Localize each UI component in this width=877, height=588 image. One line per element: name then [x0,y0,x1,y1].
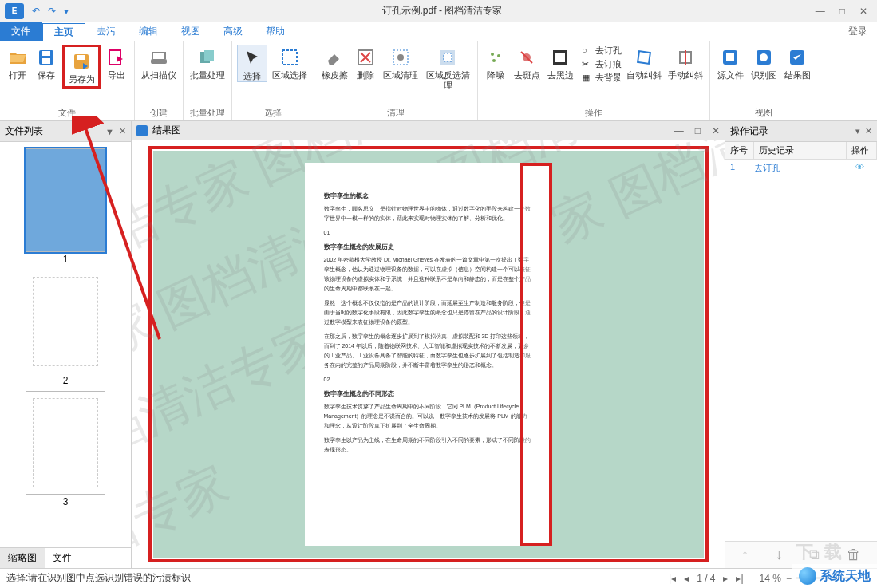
history-item-name[interactable]: 去订孔 [754,162,847,174]
thumb-3[interactable]: 3 [26,391,105,507]
manual-deskew-button[interactable]: 手动纠斜 [666,45,705,81]
despot-button[interactable]: 去斑点 [512,45,542,81]
batch-button[interactable]: 批量处理 [188,45,227,81]
recog-view-button[interactable]: 识别图 [749,45,779,81]
svg-point-18 [497,54,500,57]
doc-window-icon [136,125,148,136]
svg-rect-8 [204,50,214,61]
area-invert-clean-button[interactable]: 区域反选清理 [423,45,472,91]
group-ops: 降噪 去斑点 去黑边 ○去订孔 ✂去订痕 ▦去背景 自动纠斜 手动纠斜 [478,41,710,120]
zoom-out-button[interactable]: − [786,573,792,584]
titlebar: E ↶ ↷ ▾ 订孔示例.pdf - 图档清洁专家 — □ ✕ [0,0,877,22]
result-view-button[interactable]: 结果图 [782,45,812,81]
corner-logo: 系统天地 [792,564,877,588]
svg-rect-6 [151,59,167,64]
select-button[interactable]: 选择 [237,45,267,82]
qat-redo-icon[interactable]: ↷ [48,6,56,17]
tab-file[interactable]: 文件 [0,22,42,41]
tab-help[interactable]: 帮助 [255,22,297,41]
first-page-button[interactable]: |◂ [669,573,676,584]
folder-open-icon [8,48,27,67]
next-page-button[interactable]: ▸ [723,573,728,584]
left-panel: 文件列表 ▼ ✕ 1 2 3 缩略图 文件 [0,121,132,568]
app-icon: E [5,3,24,19]
deblack-button[interactable]: 去黑边 [545,45,575,81]
thumb-1[interactable]: 1 [26,148,105,265]
svg-point-19 [492,59,496,62]
tab-edit[interactable]: 编辑 [128,22,170,41]
group-cleanup: 橡皮擦 删除 区域清理 区域反选清理 清理 [314,41,478,120]
doc-highlight-frame: 图档清洁专家 图档清洁专家 图档清洁专家 图档清洁专家 图档清洁专家 图档清洁专… [148,146,709,562]
right-panel-menu-icon[interactable]: ▾ [855,126,860,136]
deblack-icon [551,48,570,67]
svg-rect-2 [42,58,50,64]
document-page: 数字孪生的概念 数字孪生，顾名思义，是指针对物理世界中的物体，通过数字化的手段来… [305,163,552,546]
history-row[interactable]: 1 去订孔 👁 [725,160,877,176]
svg-point-14 [397,54,404,61]
saveas-button[interactable]: 另存为 [66,49,97,85]
filter-icon[interactable]: ▼ [105,127,114,136]
move-up-button[interactable]: ↑ [741,547,749,563]
move-down-button[interactable]: ↓ [776,547,783,563]
minimize-button[interactable]: — [816,6,825,17]
eraser-button[interactable]: 橡皮擦 [319,45,350,81]
prev-page-button[interactable]: ◂ [684,573,689,584]
debg-button[interactable]: ▦去背景 [582,72,622,84]
from-scanner-button[interactable]: 从扫描仪 [140,45,178,81]
status-mode: 选择 [6,571,26,585]
source-view-button[interactable]: 源文件 [715,45,745,81]
svg-rect-1 [42,51,50,56]
area-select-button[interactable]: 区域选择 [271,45,309,81]
bg-icon: ▦ [582,73,593,84]
result-icon [788,48,807,67]
hole-icon: ○ [582,45,593,57]
thumb-2[interactable]: 2 [26,270,105,386]
left-tab-thumbnail[interactable]: 缩略图 [0,548,45,568]
login-button[interactable]: 登录 [839,22,877,41]
left-tab-file[interactable]: 文件 [45,548,80,568]
saveas-icon [72,52,91,71]
svg-rect-27 [726,53,734,61]
globe-icon [799,567,816,585]
tab-home[interactable]: 主页 [42,23,85,41]
panel-close-icon[interactable]: ✕ [119,126,126,136]
maximize-button[interactable]: □ [839,6,845,17]
area-clean-button[interactable]: 区域清理 [381,45,420,81]
page-indicator: 1 / 4 [697,573,715,584]
recog-icon [754,48,773,67]
zoom-value: 14 % [760,573,781,584]
last-page-button[interactable]: ▸| [736,573,743,584]
trash-button[interactable]: 🗑 [847,547,861,563]
tab-view[interactable]: 视图 [170,22,212,41]
open-button[interactable]: 打开 [5,45,30,81]
tab-clean[interactable]: 去污 [85,22,128,41]
group-create-label: 创建 [140,105,178,120]
save-button[interactable]: 保存 [34,45,59,81]
thumbnail-list[interactable]: 1 2 3 [0,142,131,547]
tab-advanced[interactable]: 高级 [212,22,255,41]
qat-undo-icon[interactable]: ↶ [32,6,40,17]
duplicate-button[interactable]: ⧉ [809,547,820,563]
doc-maximize-button[interactable]: □ [695,125,701,136]
group-view-label: 视图 [715,105,812,120]
delete-button[interactable]: 删除 [353,45,378,81]
svg-rect-9 [282,50,297,65]
auto-deskew-button[interactable]: 自动纠斜 [625,45,663,81]
group-create: 从扫描仪 创建 [135,41,184,120]
close-button[interactable]: ✕ [859,6,867,17]
doc-minimize-button[interactable]: — [674,125,684,136]
delete-icon [356,48,375,67]
ribbon-tabs: 文件 主页 去污 编辑 视图 高级 帮助 登录 [0,22,877,41]
group-file-label: 文件 [5,105,129,120]
history-item-view-icon[interactable]: 👁 [847,162,872,174]
doc-close-button[interactable]: ✕ [712,125,720,136]
dehole-button[interactable]: ○去订孔 [582,45,622,57]
denoise-button[interactable]: 降噪 [483,45,508,81]
descar-button[interactable]: ✂去订痕 [582,58,622,70]
svg-rect-23 [555,53,565,62]
despot-icon [517,48,536,67]
document-view[interactable]: 图档清洁专家 图档清洁专家 图档清洁专家 图档清洁专家 图档清洁专家 图档清洁专… [132,140,725,568]
marquee-icon [280,48,299,67]
right-panel-close-icon[interactable]: ✕ [865,126,872,136]
export-button[interactable]: 导出 [104,45,129,81]
